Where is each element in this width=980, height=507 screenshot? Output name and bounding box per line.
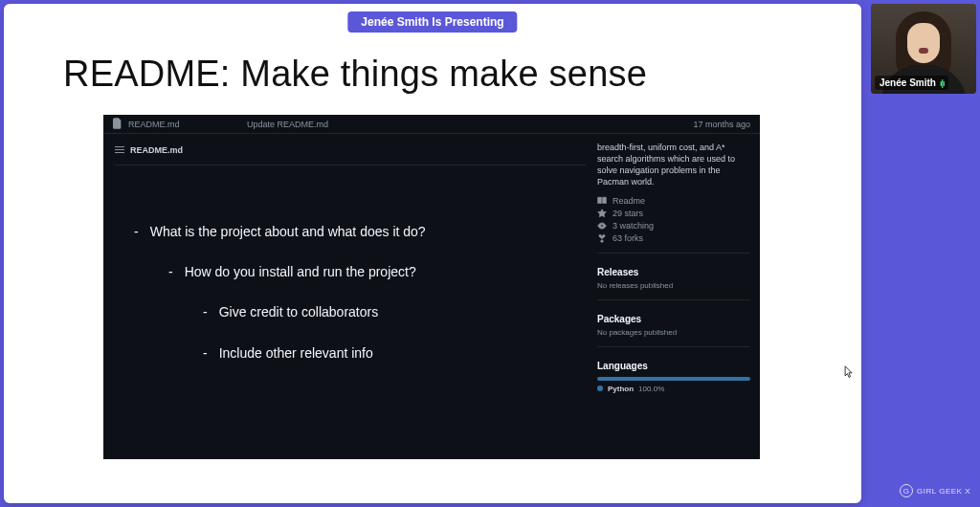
packages-sub: No packages published [597,328,750,337]
github-sidebar: breadth-first, uniform cost, and A* sear… [597,134,760,459]
presenter-name-text: Jenée Smith [880,77,936,88]
github-file-row: README.md Update README.md 17 months ago [103,115,760,134]
readme-panel: README.md -What is the project about and… [103,134,597,459]
presenter-name-overlay: Jenée Smith ı|ı [875,76,948,90]
eye-icon [597,221,607,231]
outline-icon [115,146,124,154]
bullet-text: How do you install and run the project? [185,263,416,280]
meta-label: 3 watching [612,221,654,231]
meta-label: 29 stars [612,209,643,218]
languages-heading: Languages [597,361,750,371]
bullet-item: -Give credit to collaborators [203,303,586,320]
github-screenshot: README.md Update README.md 17 months ago… [103,115,760,459]
readme-bullets: -What is the project about and what does… [115,223,586,362]
bullet-item: -What is the project about and what does… [134,223,586,240]
repo-description: breadth-first, uniform cost, and A* sear… [597,142,750,188]
meta-stars: 29 stars [597,209,750,218]
book-icon [597,196,607,206]
language-name: Python [608,385,634,393]
meta-label: Readme [612,196,645,206]
language-row: Python 100.0% [597,385,750,393]
brand-text: GIRL GEEK X [917,487,970,496]
language-pct: 100.0% [638,385,664,393]
presenter-webcam[interactable]: Jenée Smith ı|ı [871,4,976,94]
mic-active-icon: ı|ı [940,78,945,88]
packages-heading: Packages [597,314,750,324]
commit-message: Update README.md [228,120,693,129]
presentation-panel: Jenée Smith Is Presenting README: Make t… [4,4,861,503]
bullet-text: Include other relevant info [219,344,373,362]
file-name: README.md [128,120,180,129]
languages-bar [597,377,750,381]
commit-when: 17 months ago [693,120,750,129]
bullet-item: -How do you install and run the project? [168,263,586,280]
fork-icon [597,233,607,243]
slide-title: README: Make things make sense [63,54,647,95]
brand-logo-icon: G [900,484,913,497]
file-icon [113,118,122,131]
star-icon [597,209,607,218]
bullet-item: -Include other relevant info [203,344,586,362]
bullet-text: Give credit to collaborators [219,303,379,320]
meta-watching: 3 watching [597,221,750,231]
meta-label: 63 forks [612,233,643,243]
presenter-badge: Jenée Smith Is Presenting [347,11,517,33]
language-dot [597,386,603,391]
releases-sub: No releases published [597,281,750,290]
meta-forks: 63 forks [597,233,750,243]
releases-heading: Releases [597,267,750,277]
bullet-text: What is the project about and what does … [150,223,426,240]
brand-watermark: G GIRL GEEK X [900,484,970,497]
readme-header-text: README.md [130,145,183,155]
meta-readme: Readme [597,196,750,206]
